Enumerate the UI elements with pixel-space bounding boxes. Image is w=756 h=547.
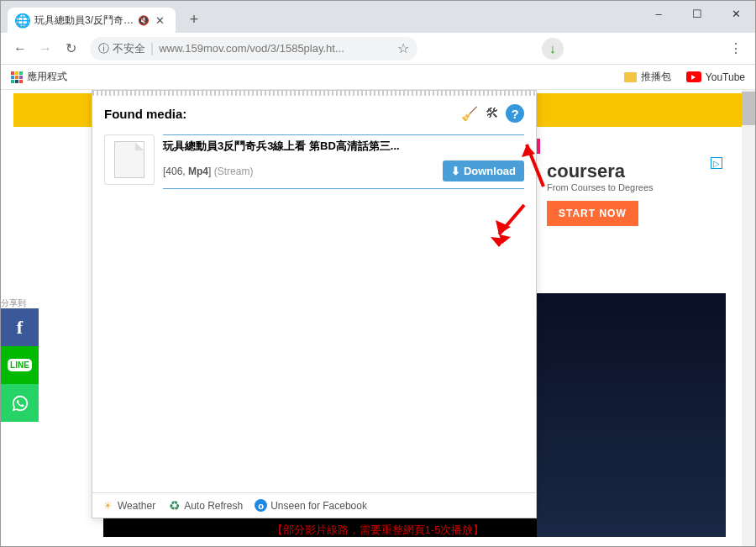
download-arrow-icon: ↓ [549, 41, 556, 55]
titlebar: 🌐 玩具總動員3/反鬥奇兵3線上 🔇 ✕ + – ☐ ✕ [1, 1, 755, 33]
unseen-link[interactable]: o Unseen for Facebook [255, 499, 367, 512]
close-tab-icon[interactable]: ✕ [153, 14, 167, 27]
browser-tab[interactable]: 🌐 玩具總動員3/反鬥奇兵3線上 🔇 ✕ [8, 8, 176, 33]
globe-icon: 🌐 [16, 13, 29, 27]
autorefresh-link[interactable]: ♻ Auto Refresh [167, 499, 243, 513]
media-stream-label: (Stream) [214, 166, 254, 177]
help-icon[interactable]: ? [506, 104, 524, 123]
tools-icon[interactable]: 🛠 [483, 104, 501, 123]
folder-bookmark[interactable]: 推播包 [624, 70, 671, 84]
facebook-share-button[interactable]: f [1, 308, 39, 346]
brush-icon[interactable]: 🧹 [460, 104, 479, 123]
video-player-right[interactable] [537, 293, 726, 537]
download-button[interactable]: ⬇ Download [443, 160, 524, 181]
back-button[interactable]: ← [8, 36, 33, 61]
new-tab-button[interactable]: + [182, 8, 206, 31]
minimize-button[interactable]: – [639, 1, 678, 26]
youtube-icon [686, 71, 701, 82]
popup-title: Found media: [104, 107, 186, 121]
weather-link[interactable]: ☀ Weather [101, 499, 155, 513]
address-bar[interactable]: ⓘ 不安全 | www.159mov.com/vod/3/1585play.ht… [90, 37, 417, 60]
apps-bookmark[interactable]: 應用程式 [11, 70, 67, 84]
sun-icon: ☀ [101, 499, 114, 513]
folder-icon [624, 72, 637, 82]
coursera-ad[interactable]: ▷ coursera From Courses to Degrees START… [537, 154, 726, 288]
reload-button[interactable]: ↻ [58, 36, 83, 61]
share-label: 分享到 [1, 297, 26, 309]
download-icon: ⬇ [451, 165, 460, 177]
site-info-icon[interactable]: ⓘ [98, 41, 109, 56]
close-window-button[interactable]: ✕ [717, 1, 755, 26]
maximize-button[interactable]: ☐ [678, 1, 717, 26]
ad-cta-button[interactable]: START NOW [547, 201, 638, 226]
whatsapp-share-button[interactable] [1, 384, 39, 422]
bookmark-star-icon[interactable]: ☆ [397, 40, 409, 56]
file-icon [114, 141, 144, 178]
unseen-icon: o [255, 499, 267, 512]
media-format: [406, Mp4] [163, 166, 211, 177]
download-popup: Found media: 🧹 🛠 ? 玩具總動員3反鬥奇兵3線上看 第BD高清話… [92, 90, 537, 518]
ad-logo: coursera [537, 154, 726, 182]
mute-icon[interactable]: 🔇 [138, 15, 150, 26]
chrome-menu-button[interactable]: ⋮ [723, 40, 748, 56]
apps-icon [11, 71, 23, 83]
url-text: www.159mov.com/vod/3/1585play.ht... [159, 42, 344, 55]
adchoices-icon[interactable]: ▷ [711, 157, 722, 169]
ad-subtitle: From Courses to Degrees [537, 182, 726, 201]
not-secure-label: 不安全 [113, 41, 145, 56]
file-thumbnail [104, 134, 155, 185]
recycle-icon: ♻ [167, 499, 181, 513]
media-title: 玩具總動員3反鬥奇兵3線上看 第BD高清話第三... [163, 134, 524, 157]
page-content: 分享到 f LINE ▷ coursera From Courses to De… [1, 90, 755, 547]
bookmarks-bar: 應用程式 推播包 YouTube [1, 65, 755, 90]
download-extension-button[interactable]: ↓ [542, 38, 564, 60]
line-share-button[interactable]: LINE [1, 346, 39, 384]
popup-footer: ☀ Weather ♻ Auto Refresh o Unseen for Fa… [92, 492, 536, 518]
forward-button[interactable]: → [33, 36, 58, 61]
media-item: 玩具總動員3反鬥奇兵3線上看 第BD高清話第三... [406, Mp4] (S… [92, 131, 536, 192]
social-share: f LINE [1, 308, 39, 422]
scroll-thumb[interactable] [742, 92, 755, 125]
scrollbar[interactable] [742, 90, 755, 547]
whatsapp-icon [11, 394, 29, 413]
tab-title: 玩具總動員3/反鬥奇兵3線上 [34, 13, 134, 28]
toolbar: ← → ↻ ⓘ 不安全 | www.159mov.com/vod/3/1585p… [1, 33, 755, 65]
youtube-bookmark[interactable]: YouTube [686, 71, 745, 83]
